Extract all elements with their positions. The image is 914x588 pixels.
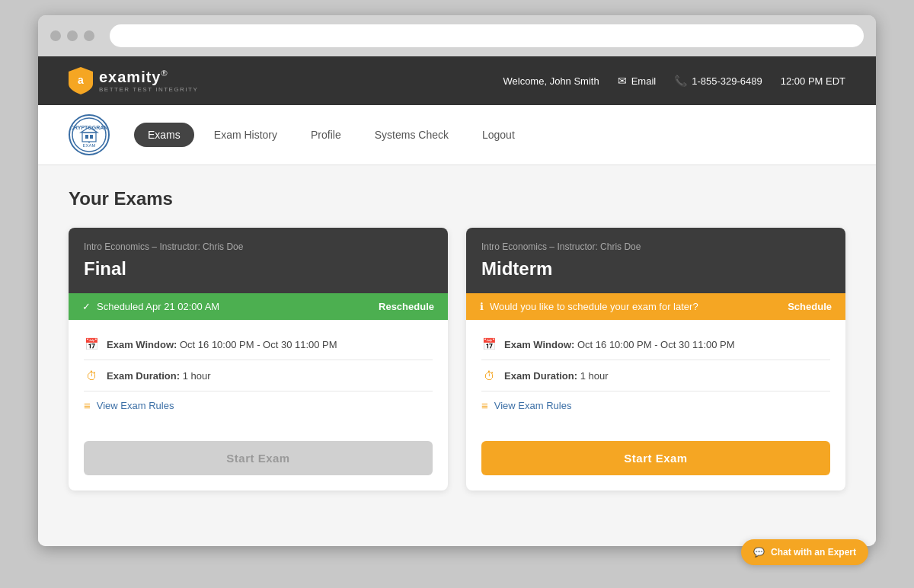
welcome-text: Welcome, John Smith	[503, 75, 599, 87]
logo-area: a examity® BETTER TEST INTEGRITY	[69, 67, 198, 94]
browser-dot-1	[50, 30, 61, 41]
time-display: 12:00 PM EDT	[781, 75, 845, 87]
svg-rect-4	[85, 135, 88, 139]
phone-label: 1-855-329-6489	[692, 75, 762, 87]
browser-dot-2	[67, 30, 78, 41]
exam-card-footer-midterm: Start Exam	[466, 429, 845, 491]
examity-logo-text: examity® BETTER TEST INTEGRITY	[99, 69, 198, 93]
address-bar[interactable]	[110, 24, 864, 47]
main-content: Your Exams Intro Economics – Instructor:…	[38, 165, 876, 546]
status-bar-midterm: ℹ Would you like to schedule your exam f…	[466, 293, 845, 320]
status-bar-left-midterm: ℹ Would you like to schedule your exam f…	[480, 301, 698, 312]
tab-logout[interactable]: Logout	[468, 123, 529, 147]
svg-text:a: a	[78, 74, 84, 86]
chat-label: Chat with an Expert	[771, 547, 856, 558]
browser-dot-3	[84, 30, 94, 41]
rules-icon-final: ≡	[84, 399, 91, 412]
status-text-final: Scheduled Apr 21 02:00 AM	[97, 301, 219, 312]
tab-exams[interactable]: Exams	[134, 123, 194, 147]
exam-duration-midterm: Exam Duration: 1 hour	[504, 370, 609, 382]
exam-details-midterm: 📅 Exam Window: Oct 16 10:00 PM - Oct 30 …	[466, 320, 845, 429]
start-exam-button-midterm[interactable]: Start Exam	[481, 441, 830, 475]
email-label: Email	[631, 75, 657, 87]
institution-logo: CRYPTOGRAM EXAM	[69, 114, 110, 155]
rules-icon-midterm: ≡	[481, 399, 488, 412]
sub-nav-tabs: Exams Exam History Profile Systems Check…	[134, 123, 529, 147]
top-nav: a examity® BETTER TEST INTEGRITY Welcome…	[38, 56, 876, 105]
schedule-button[interactable]: Schedule	[788, 301, 832, 312]
browser-toolbar	[38, 15, 876, 56]
exam-name-midterm: Midterm	[481, 258, 830, 280]
brand-tagline: BETTER TEST INTEGRITY	[99, 86, 198, 93]
browser-dots	[50, 30, 94, 41]
exam-duration-row-midterm: ⏱ Exam Duration: 1 hour	[481, 360, 830, 391]
exam-card-header-midterm: Intro Economics – Instructor: Chris Doe …	[466, 228, 845, 293]
exam-course-final: Intro Economics – Instructor: Chris Doe	[84, 241, 433, 252]
svg-rect-5	[90, 135, 93, 139]
tab-profile[interactable]: Profile	[297, 123, 355, 147]
sub-nav: CRYPTOGRAM EXAM Exams Exam History Profi…	[38, 105, 876, 165]
exam-card-midterm: Intro Economics – Instructor: Chris Doe …	[466, 228, 845, 491]
exam-window-row-midterm: 📅 Exam Window: Oct 16 10:00 PM - Oct 30 …	[481, 329, 830, 360]
exam-duration-row-final: ⏱ Exam Duration: 1 hour	[84, 360, 433, 391]
reschedule-button[interactable]: Reschedule	[379, 301, 434, 312]
view-rules-final[interactable]: ≡ View Exam Rules	[84, 391, 433, 420]
exam-name-final: Final	[84, 258, 433, 280]
email-icon: ✉	[618, 75, 627, 87]
status-bar-final: ✓ Scheduled Apr 21 02:00 AM Reschedule	[69, 293, 448, 320]
exam-card-final: Intro Economics – Instructor: Chris Doe …	[69, 228, 448, 491]
brand-name: examity	[99, 69, 161, 85]
exam-details-final: 📅 Exam Window: Oct 16 10:00 PM - Oct 30 …	[69, 320, 448, 429]
exam-window-row-final: 📅 Exam Window: Oct 16 10:00 PM - Oct 30 …	[84, 329, 433, 360]
exam-duration-final: Exam Duration: 1 hour	[107, 370, 211, 382]
examity-shield-logo: a	[69, 67, 93, 94]
nav-right: Welcome, John Smith ✉ Email 📞 1-855-329-…	[503, 75, 845, 87]
chat-icon: 💬	[753, 547, 765, 558]
status-text-midterm: Would you like to schedule your exam for…	[490, 301, 698, 312]
email-link[interactable]: ✉ Email	[618, 75, 657, 87]
calendar-icon-midterm: 📅	[481, 337, 497, 352]
view-rules-midterm[interactable]: ≡ View Exam Rules	[481, 391, 830, 420]
start-exam-button-final[interactable]: Start Exam	[84, 441, 433, 475]
exam-card-footer-final: Start Exam	[69, 429, 448, 491]
view-rules-label-midterm: View Exam Rules	[494, 400, 572, 411]
exam-course-midterm: Intro Economics – Instructor: Chris Doe	[481, 241, 830, 252]
page-title: Your Exams	[69, 188, 845, 209]
clock-icon-final: ⏱	[84, 368, 99, 383]
clock-icon-midterm: ⏱	[481, 368, 497, 383]
svg-rect-3	[82, 133, 96, 142]
info-icon: ℹ	[480, 301, 484, 312]
tab-exam-history[interactable]: Exam History	[200, 123, 291, 147]
exam-window-midterm: Exam Window: Oct 16 10:00 PM - Oct 30 11…	[504, 339, 735, 350]
tab-systems-check[interactable]: Systems Check	[361, 123, 462, 147]
check-icon: ✓	[82, 301, 91, 312]
institution-seal: CRYPTOGRAM EXAM	[72, 117, 107, 152]
calendar-icon-final: 📅	[84, 337, 99, 352]
phone-icon: 📞	[674, 75, 687, 87]
exam-window-final: Exam Window: Oct 16 10:00 PM - Oct 30 11…	[107, 339, 337, 350]
svg-text:EXAM: EXAM	[82, 143, 95, 148]
view-rules-label-final: View Exam Rules	[97, 400, 174, 411]
status-bar-left-final: ✓ Scheduled Apr 21 02:00 AM	[82, 301, 219, 312]
phone-link[interactable]: 📞 1-855-329-6489	[674, 75, 762, 87]
chat-button[interactable]: 💬 Chat with an Expert	[741, 539, 868, 565]
exam-grid: Intro Economics – Instructor: Chris Doe …	[69, 228, 845, 491]
exam-card-header-final: Intro Economics – Instructor: Chris Doe …	[69, 228, 448, 293]
